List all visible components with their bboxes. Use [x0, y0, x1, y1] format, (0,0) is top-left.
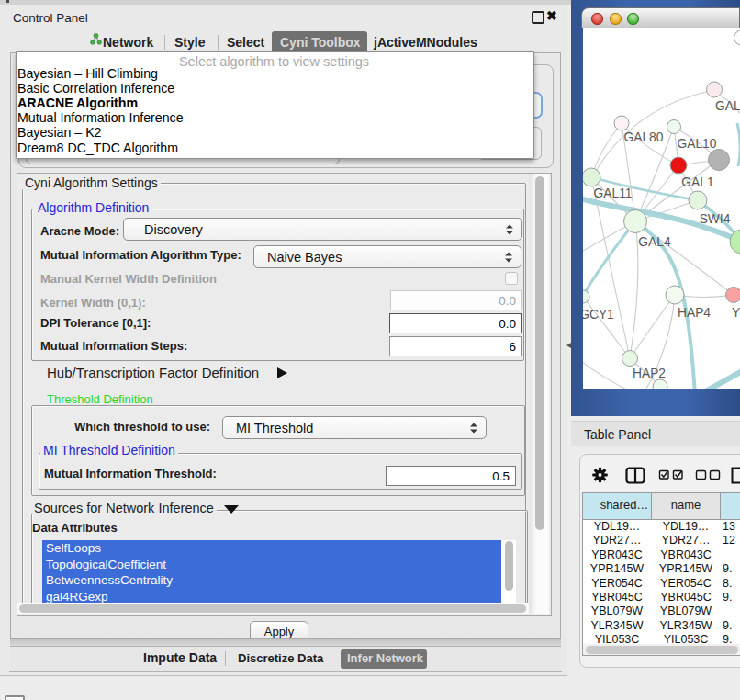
svg-text:SWI4: SWI4 — [700, 212, 731, 226]
svg-text:GAL10: GAL10 — [678, 137, 717, 151]
svg-text:GAL4: GAL4 — [638, 235, 671, 249]
svg-text:HAP2: HAP2 — [633, 367, 666, 380]
svg-text:GCY1: GCY1 — [583, 308, 614, 322]
svg-text:GAL7: GAL7 — [715, 99, 740, 113]
svg-text:YB: YB — [732, 306, 740, 320]
svg-text:HAP4: HAP4 — [678, 306, 711, 320]
svg-text:GAL1: GAL1 — [681, 175, 713, 189]
svg-text:GAL80: GAL80 — [624, 130, 664, 144]
svg-text:GAL11: GAL11 — [594, 186, 633, 200]
